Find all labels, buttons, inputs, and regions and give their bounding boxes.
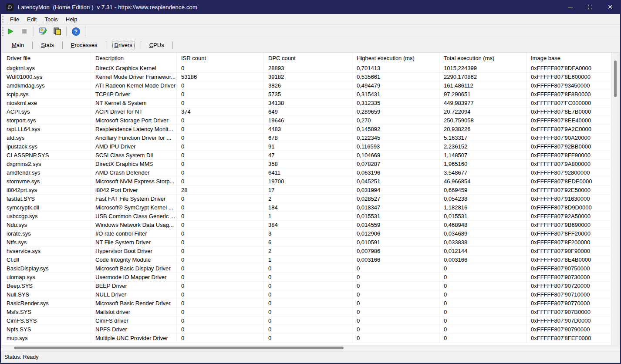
horizontal-scrollbar[interactable] <box>2 345 619 351</box>
cell-total-execution: 0,054238 <box>439 195 526 203</box>
start-monitor-button[interactable] <box>4 26 17 37</box>
table-row[interactable]: BasicDisplay.sysMicrosoft Basic Display … <box>2 264 611 273</box>
cell-driver-file: Beep.SYS <box>2 282 91 290</box>
cell-driver-file: ACPI.sys <box>2 108 91 116</box>
table-row[interactable]: uiomap.sysUsermode IO Mapper Driver00000… <box>2 273 611 282</box>
tab-label: Main <box>12 42 24 48</box>
cell-description: I/O rate control Filter <box>91 229 176 238</box>
column-header-dpc-count[interactable]: DPC count <box>263 53 352 64</box>
cell-dpc-count: 0 <box>263 290 352 299</box>
cell-driver-file: Cl.dll <box>2 256 91 264</box>
table-row[interactable]: ACPI.sysACPI Driver for NT3746490,289659… <box>2 108 611 116</box>
vertical-scrollbar[interactable] <box>611 53 619 345</box>
cell-highest-execution: 0 <box>352 282 439 290</box>
copy-report-button[interactable] <box>51 26 64 37</box>
cell-isr-count: 0 <box>176 247 263 256</box>
toolbar-separator <box>66 27 67 36</box>
table-row[interactable]: dxgkrnl.sysDirectX Graphics Kernel028893… <box>2 64 611 73</box>
cell-isr-count: 0 <box>176 238 263 247</box>
cell-driver-file: rspLLL64.sys <box>2 125 91 134</box>
options-button[interactable] <box>37 26 50 37</box>
cell-image-base: 0xFFFFF807'92800000 <box>526 169 611 177</box>
table-row[interactable]: fastfat.SYSFast FAT File System Driver02… <box>2 195 611 203</box>
tab-stats[interactable]: Stats <box>34 40 61 50</box>
close-button[interactable]: ✕ <box>600 0 620 14</box>
table-row[interactable]: ipustack.sysAMD IPU Driver0910,1165932,2… <box>2 142 611 151</box>
cell-driver-file: CimFS.SYS <box>2 317 91 325</box>
cell-total-execution: 0 <box>439 299 526 308</box>
table-row[interactable]: storport.sysMicrosoft Storage Port Drive… <box>2 116 611 125</box>
cell-highest-execution: 0,031994 <box>352 186 439 195</box>
minimize-button[interactable] <box>560 0 580 14</box>
vertical-scrollbar-thumb[interactable] <box>614 61 617 97</box>
table-row[interactable]: Npfs.SYSNPFS Driver00000xFFFFF807'907900… <box>2 325 611 334</box>
table-row[interactable]: CimFS.SYSCimFS driver00000xFFFFF807'907D… <box>2 317 611 325</box>
tab-drivers[interactable]: Drivers <box>108 40 139 50</box>
column-header-description[interactable]: Description <box>91 53 176 64</box>
cell-dpc-count: 3 <box>263 229 352 238</box>
table-row[interactable]: amdfendr.sysAMD Crash Defender064110,063… <box>2 169 611 177</box>
tab-main[interactable]: Main <box>5 40 30 50</box>
menu-item-tools[interactable]: Tools <box>40 15 61 24</box>
menu-item-edit[interactable]: Edit <box>23 15 40 24</box>
help-button[interactable]: ? <box>69 26 82 37</box>
cell-image-base: 0xFFFFF807'93450000 <box>526 81 611 90</box>
cell-highest-execution: 0,010591 <box>352 238 439 247</box>
table-row[interactable]: iorate.sysI/O rate control Filter030,012… <box>2 229 611 238</box>
cell-image-base: 0xFFFFF807'8F8B0000 <box>526 90 611 99</box>
table-row[interactable]: Msfs.SYSMailslot driver00000xFFFFF807'90… <box>2 308 611 317</box>
column-header-isr-count[interactable]: ISR count <box>176 53 263 64</box>
table-row[interactable]: Wdf01000.sysKernel Mode Driver Framewor.… <box>2 73 611 81</box>
table-row[interactable]: Ndu.sysWindows Network Data Usag...03840… <box>2 221 611 229</box>
cell-driver-file: ntoskrnl.exe <box>2 99 91 108</box>
cell-total-execution: 250,759058 <box>439 116 526 125</box>
cell-highest-execution: 0,315431 <box>352 90 439 99</box>
table-row[interactable]: CLASSPNP.SYSSCSI Class System Dll0470,10… <box>2 151 611 160</box>
cell-image-base: 0xFFFFF807'90770000 <box>526 299 611 308</box>
tab-cpus[interactable]: CPUs <box>143 40 171 50</box>
table-row[interactable]: amdkmdag.sysATI Radeon Kernel Mode Drive… <box>2 81 611 90</box>
cell-image-base: 0xFFFFF807'8D9D0000 <box>526 203 611 212</box>
table-row[interactable]: ntoskrnl.exeNT Kernel & System0341380,31… <box>2 99 611 108</box>
cell-driver-file: Npfs.SYS <box>2 325 91 334</box>
menu-item-help[interactable]: Help <box>62 15 81 24</box>
table-row[interactable]: usbccgp.sysUSB Common Class Generic ...0… <box>2 212 611 221</box>
cell-image-base: 0xFFFFF807'8FF90000 <box>526 151 611 160</box>
table-row[interactable]: i8042prt.sysi8042 Port Driver28170,03199… <box>2 186 611 195</box>
menu-item-label: Edit <box>27 16 37 23</box>
column-header-highest-execution[interactable]: Highest execution (ms) <box>352 53 439 64</box>
cell-image-base: 0xFFFFF807'8E7B0000 <box>526 108 611 116</box>
cell-isr-count: 0 <box>176 142 263 151</box>
table-row[interactable]: rspLLL64.sysResplendence Latency Monit..… <box>2 125 611 134</box>
table-row[interactable]: Cl.dllCode Integrity Module010,0031660,0… <box>2 256 611 264</box>
cell-isr-count: 0 <box>176 134 263 142</box>
maximize-button[interactable] <box>580 0 600 14</box>
table-row[interactable]: Beep.SYSBEEP Driver00000xFFFFF807'907200… <box>2 282 611 290</box>
table-row[interactable]: Null.SYSNULL Driver00000xFFFFF807'907100… <box>2 290 611 299</box>
cell-description: BEEP Driver <box>91 282 176 290</box>
table-row[interactable]: stornvme.sysMicrosoft NVM Express Storp.… <box>2 177 611 186</box>
column-header-driver-file[interactable]: Driver file <box>2 53 91 64</box>
cell-description: Microsoft NVM Express Storp... <box>91 177 176 186</box>
cell-isr-count: 0 <box>176 229 263 238</box>
table-row[interactable]: symcryptk.dllMicrosoft® SymCrypt Kernel … <box>2 203 611 212</box>
table-row[interactable]: hvservice.sysHypervisor Boot Driver020,0… <box>2 247 611 256</box>
table-row[interactable]: Ntfs.sysNT File System Driver060,0105910… <box>2 238 611 247</box>
minimize-icon <box>568 7 573 7</box>
cell-description: AMD IPU Driver <box>91 142 176 151</box>
column-header-image-base[interactable]: Image base <box>526 53 611 64</box>
table-row[interactable]: BasicRender.sysMicrosoft Basic Render Dr… <box>2 299 611 308</box>
cell-isr-count: 0 <box>176 195 263 203</box>
table-row[interactable]: dxgmms2.sysDirectX Graphics MMS03580,078… <box>2 160 611 169</box>
menu-item-file[interactable]: File <box>6 15 23 24</box>
tab-processes[interactable]: Processes <box>64 40 104 50</box>
table-row[interactable]: tcpip.sysTCP/IP Driver057350,31543197,29… <box>2 90 611 99</box>
cell-image-base: 0xFFFFF807'8F200000 <box>526 238 611 247</box>
table-row[interactable]: afd.sysAncillary Function Driver for ...… <box>2 134 611 142</box>
cell-dpc-count: 2 <box>263 195 352 203</box>
table-row[interactable]: mup.sysMultiple UNC Provider Driver00000… <box>2 334 611 343</box>
content-area: Driver fileDescriptionISR countDPC count… <box>1 51 620 351</box>
stop-monitor-button[interactable] <box>18 26 31 37</box>
column-header-total-execution[interactable]: Total execution (ms) <box>439 53 526 64</box>
horizontal-scrollbar-thumb[interactable] <box>14 347 344 349</box>
